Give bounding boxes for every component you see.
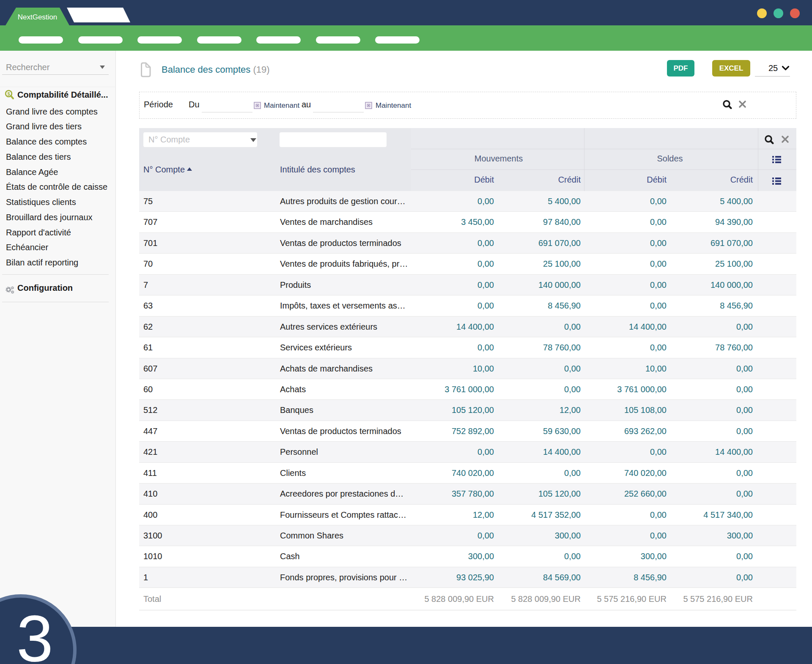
- svg-text:$: $: [7, 91, 10, 96]
